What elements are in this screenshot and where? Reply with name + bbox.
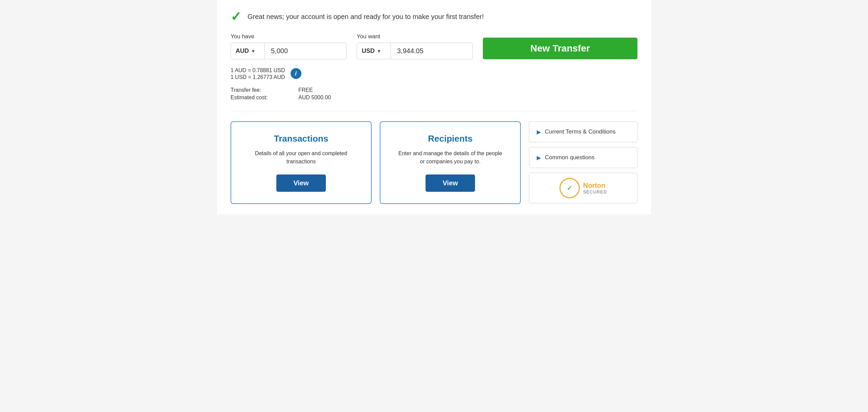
- transfer-fee-label: Transfer fee:: [231, 87, 298, 93]
- divider: [231, 111, 637, 111]
- rate-lines: 1 AUD = 0.78881 USD 1 USD = 1.26773 AUD: [231, 67, 285, 80]
- recipients-view-button[interactable]: View: [426, 174, 475, 192]
- page-container: ✓ Great news; your account is open and r…: [217, 0, 651, 214]
- questions-play-icon: ▶: [537, 154, 541, 161]
- terms-conditions-label: Current Terms & Conditions: [545, 128, 616, 135]
- norton-badge: ✓ Norton SECURED: [529, 173, 637, 203]
- success-message: Great news; your account is open and rea…: [248, 13, 484, 21]
- from-input-container: AUD ▼: [231, 43, 347, 59]
- from-currency-arrow: ▼: [251, 48, 256, 54]
- transactions-title: Transactions: [274, 133, 328, 144]
- to-currency-arrow: ▼: [377, 48, 381, 54]
- to-currency-select[interactable]: USD ▼: [357, 43, 391, 59]
- fee-info: Transfer fee: FREE Estimated cost: AUD 5…: [231, 87, 637, 101]
- bottom-section: Transactions Details of all your open an…: [231, 121, 637, 204]
- terms-conditions-link[interactable]: ▶ Current Terms & Conditions: [529, 121, 637, 142]
- transfer-form: You have AUD ▼ You want USD ▼ New Transf…: [231, 33, 637, 59]
- rate-info: 1 AUD = 0.78881 USD 1 USD = 1.26773 AUD …: [231, 67, 637, 80]
- info-icon[interactable]: i: [291, 68, 301, 79]
- success-banner: ✓ Great news; your account is open and r…: [231, 10, 637, 23]
- transactions-description: Details of all your open and completed t…: [247, 149, 355, 166]
- you-want-group: You want USD ▼: [357, 33, 473, 59]
- norton-check-icon: ✓: [567, 184, 573, 192]
- from-currency-select[interactable]: AUD ▼: [231, 43, 265, 59]
- transactions-card: Transactions Details of all your open an…: [231, 121, 372, 204]
- check-icon: ✓: [231, 10, 241, 23]
- from-currency-label: AUD: [236, 47, 249, 55]
- transfer-fee-row: Transfer fee: FREE: [231, 87, 637, 93]
- norton-secured: SECURED: [583, 189, 607, 194]
- estimated-cost-value: AUD 5000.00: [298, 95, 331, 101]
- you-have-group: You have AUD ▼: [231, 33, 347, 59]
- estimated-cost-label: Estimated cost:: [231, 95, 298, 101]
- norton-name: Norton: [583, 182, 607, 189]
- recipients-title: Recipients: [428, 133, 473, 144]
- you-want-label: You want: [357, 33, 473, 40]
- rate-line-2: 1 USD = 1.26773 AUD: [231, 74, 285, 80]
- recipients-card: Recipients Enter and manage the details …: [380, 121, 521, 204]
- common-questions-label: Common questions: [545, 154, 594, 161]
- to-currency-label: USD: [362, 47, 375, 55]
- estimated-cost-row: Estimated cost: AUD 5000.00: [231, 95, 637, 101]
- rate-line-1: 1 AUD = 0.78881 USD: [231, 67, 285, 74]
- to-input-container: USD ▼: [357, 43, 473, 59]
- from-amount-input[interactable]: [265, 43, 346, 59]
- common-questions-link[interactable]: ▶ Common questions: [529, 147, 637, 168]
- norton-circle: ✓: [559, 178, 580, 198]
- to-amount-input[interactable]: [391, 43, 472, 59]
- norton-text: Norton SECURED: [583, 182, 607, 194]
- terms-play-icon: ▶: [537, 129, 541, 135]
- you-have-label: You have: [231, 33, 347, 40]
- sidebar: ▶ Current Terms & Conditions ▶ Common qu…: [529, 121, 637, 203]
- new-transfer-button[interactable]: New Transfer: [483, 38, 637, 59]
- recipients-description: Enter and manage the details of the peop…: [396, 149, 505, 166]
- transfer-fee-value: FREE: [298, 87, 313, 93]
- transactions-view-button[interactable]: View: [276, 174, 326, 192]
